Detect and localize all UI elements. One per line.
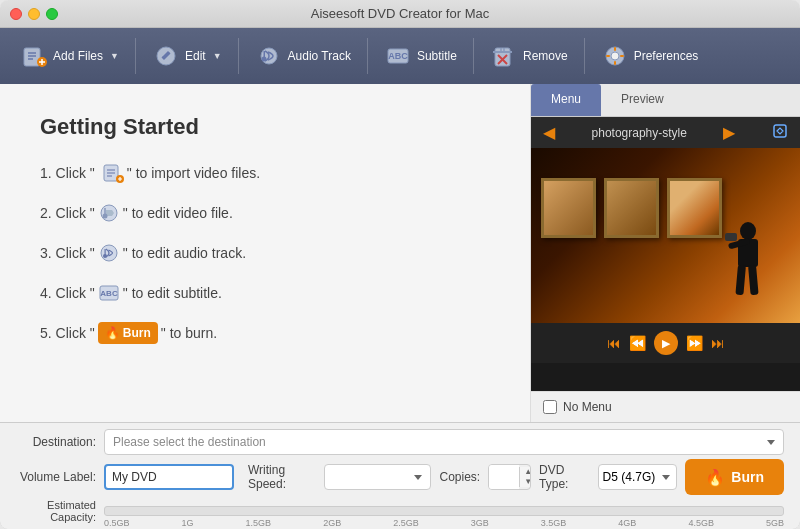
svg-text:ABC: ABC (100, 289, 118, 298)
step-3-icon (98, 242, 120, 264)
toolbar-divider-1 (135, 38, 136, 74)
preview-image (531, 148, 800, 323)
step-4-text: " to edit subtitle. (123, 283, 222, 304)
preview-tab[interactable]: Preview (601, 84, 684, 116)
step-2-text: " to edit video file. (123, 203, 233, 224)
svg-point-20 (611, 52, 619, 60)
add-files-dropdown-arrow[interactable]: ▼ (110, 51, 119, 61)
copies-arrows: ▲ ▼ (519, 467, 531, 487)
step-4-icon: ABC (98, 282, 120, 304)
svg-rect-40 (774, 125, 786, 137)
no-menu-checkbox[interactable] (543, 400, 557, 414)
subtitle-icon: ABC (384, 42, 412, 70)
no-menu-row: No Menu (531, 391, 800, 422)
step-2-icon (98, 202, 120, 224)
audio-track-button[interactable]: Audio Track (245, 36, 361, 76)
playback-controls: ⏮ ⏪ ▶ ⏩ ⏭ (531, 323, 800, 363)
edit-icon (152, 42, 180, 70)
remove-button[interactable]: Remove (480, 36, 578, 76)
preferences-button[interactable]: Preferences (591, 36, 709, 76)
menu-tab[interactable]: Menu (531, 84, 601, 116)
main-window: Aiseesoft DVD Creator for Mac Add Files … (0, 0, 800, 529)
svg-rect-10 (263, 51, 265, 59)
cap-tick-1: 1G (182, 518, 194, 528)
step-5-text: " to burn. (161, 323, 217, 344)
svg-rect-21 (614, 47, 616, 51)
cap-tick-2: 1.5GB (246, 518, 272, 528)
svg-rect-46 (725, 233, 737, 241)
edit-button[interactable]: Edit ▼ (142, 36, 232, 76)
writing-speed-select[interactable] (324, 464, 431, 490)
svg-rect-23 (606, 55, 610, 57)
skip-forward-button[interactable]: ⏭ (711, 335, 725, 351)
toolbar-divider-2 (238, 38, 239, 74)
remove-label: Remove (523, 49, 568, 63)
destination-select[interactable]: Please select the destination (104, 429, 784, 455)
menu-preview-tabs: Menu Preview (531, 84, 800, 117)
svg-rect-24 (620, 55, 624, 57)
estimated-capacity-label: Estimated Capacity: (16, 499, 96, 523)
titlebar: Aiseesoft DVD Creator for Mac (0, 0, 800, 28)
fast-forward-button[interactable]: ⏩ (686, 335, 703, 351)
step-3-before: 3. Click " (40, 243, 95, 264)
cap-tick-4: 2.5GB (393, 518, 419, 528)
add-files-button[interactable]: Add Files ▼ (10, 36, 129, 76)
toolbar-divider-5 (584, 38, 585, 74)
dvd-preview: ⏮ ⏪ ▶ ⏩ ⏭ (531, 148, 800, 391)
svg-rect-44 (748, 265, 759, 296)
step-5-before: 5. Click " (40, 323, 95, 344)
bottom-bar: Destination: Please select the destinati… (0, 422, 800, 529)
prev-style-button[interactable]: ◀ (543, 123, 555, 142)
copies-value[interactable]: 1 (489, 465, 519, 489)
copies-spinner[interactable]: 1 ▲ ▼ (488, 464, 531, 490)
capacity-row: Estimated Capacity: 0.5GB 1G 1.5GB 2GB 2… (16, 499, 784, 523)
capacity-ticks: 0.5GB 1G 1.5GB 2GB 2.5GB 3GB 3.5GB 4GB 4… (104, 518, 784, 528)
add-files-label: Add Files (53, 49, 103, 63)
style-nav: ◀ photography-style ▶ (531, 117, 800, 148)
maximize-button[interactable] (46, 8, 58, 20)
close-button[interactable] (10, 8, 22, 20)
minimize-button[interactable] (28, 8, 40, 20)
next-style-button[interactable]: ▶ (723, 123, 735, 142)
dvd-type-label: DVD Type: (539, 463, 589, 491)
style-name-label: photography-style (592, 126, 687, 140)
copies-up-arrow[interactable]: ▲ (520, 467, 531, 477)
photo-frames (541, 178, 722, 238)
photo-frame-2 (604, 178, 659, 238)
play-button[interactable]: ▶ (654, 331, 678, 355)
audio-track-icon (255, 42, 283, 70)
writing-speed-label: Writing Speed: (248, 463, 316, 491)
svg-rect-22 (614, 61, 616, 65)
right-panel: Menu Preview ◀ photography-style ▶ (530, 84, 800, 422)
getting-started-title: Getting Started (40, 114, 490, 140)
cap-tick-0: 0.5GB (104, 518, 130, 528)
step-1-num: 1. Click " (40, 163, 95, 184)
no-menu-label: No Menu (563, 400, 612, 414)
edit-style-button[interactable] (772, 123, 788, 142)
burn-badge-icon: 🔥 (105, 324, 120, 342)
skip-back-button[interactable]: ⏮ (607, 335, 621, 351)
step-1-icon (102, 162, 124, 184)
burn-badge-label: Burn (123, 324, 151, 342)
svg-rect-37 (104, 249, 105, 256)
dvd-type-select[interactable]: D5 (4.7G) (598, 464, 678, 490)
remove-icon (490, 42, 518, 70)
copies-down-arrow[interactable]: ▼ (520, 477, 531, 487)
svg-rect-13 (495, 48, 510, 66)
svg-point-33 (102, 214, 107, 219)
subtitle-button[interactable]: ABC Subtitle (374, 36, 467, 76)
svg-text:ABC: ABC (388, 51, 408, 61)
photographer-silhouette (720, 213, 780, 323)
main-content: Getting Started 1. Click " " (0, 84, 800, 422)
volume-label-input[interactable] (104, 464, 234, 490)
step-2-before: 2. Click " (40, 203, 95, 224)
step-2: 2. Click " " to edit video file. (40, 202, 490, 224)
burn-button[interactable]: 🔥 Burn (685, 459, 784, 495)
edit-dropdown-arrow[interactable]: ▼ (213, 51, 222, 61)
rewind-button[interactable]: ⏪ (629, 335, 646, 351)
cap-tick-3: 2GB (323, 518, 341, 528)
window-title: Aiseesoft DVD Creator for Mac (311, 6, 489, 21)
capacity-bar (104, 506, 784, 516)
step-1-text: " to import video files. (127, 163, 260, 184)
photo-frame-3 (667, 178, 722, 238)
